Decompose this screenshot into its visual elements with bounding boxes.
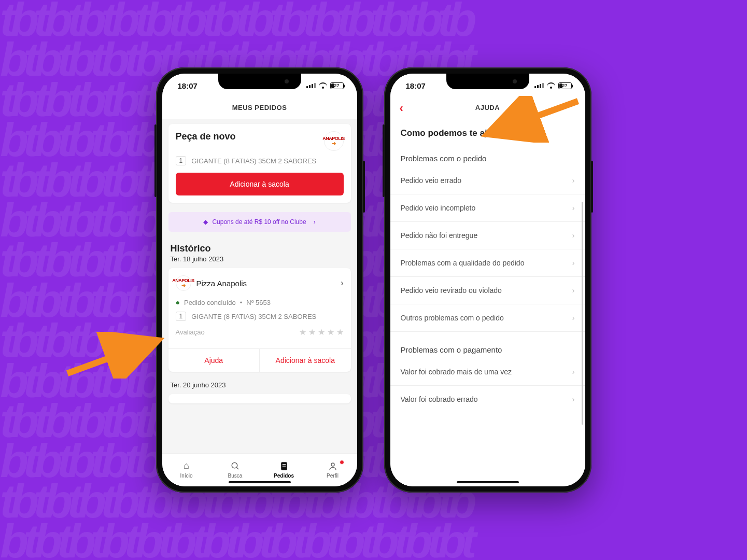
star-icon[interactable]: ★ xyxy=(327,327,334,337)
svg-line-1 xyxy=(236,467,238,469)
order-card: ANAPOLIS ➜ Pizza Anapolis › ● Pedido con… xyxy=(168,268,351,372)
rating-label: Avaliação xyxy=(176,328,205,336)
reorder-heading: Peça de novo xyxy=(176,131,236,142)
chevron-right-icon: › xyxy=(572,204,575,212)
restaurant-logo: ANAPOLIS ➜ xyxy=(176,275,191,291)
svg-point-5 xyxy=(331,463,334,466)
star-icon[interactable]: ★ xyxy=(299,327,306,337)
search-icon xyxy=(231,461,240,471)
svg-point-0 xyxy=(232,463,237,468)
svg-rect-4 xyxy=(282,466,285,466)
promo-text: Cupons de até R$ 10 off no Clube xyxy=(212,218,306,226)
chevron-right-icon: › xyxy=(572,176,575,185)
svg-rect-3 xyxy=(282,464,285,465)
star-icon[interactable]: ★ xyxy=(318,327,325,337)
notch xyxy=(446,74,529,89)
order-status: Pedido concluído xyxy=(184,299,236,306)
help-item[interactable]: Outros problemas com o pedido› xyxy=(390,304,585,332)
screen-title: MEUS PEDIDOS xyxy=(162,97,357,119)
reorder-card: Peça de novo ANAPOLIS ➜ 1 GIGANTE (8 FAT… xyxy=(168,124,351,203)
reorder-item: GIGANTE (8 FATIAS) 35CM 2 SABORES xyxy=(191,157,316,165)
battery-icon: 27 xyxy=(330,82,344,89)
phone-frame-right: 18:07 27 ‹ AJUDA Como podemos te ajudar?… xyxy=(384,67,591,493)
receipt-icon xyxy=(280,461,288,471)
diamond-icon: ◆ xyxy=(203,218,208,226)
chevron-right-icon: › xyxy=(572,231,575,240)
help-group-payment: Problemas com o pagamento xyxy=(390,332,585,358)
back-button[interactable]: ‹ xyxy=(400,103,404,114)
check-circle-icon: ● xyxy=(176,298,180,306)
help-item[interactable]: Pedido não foi entregue› xyxy=(390,222,585,249)
star-icon[interactable]: ★ xyxy=(308,327,316,337)
rating-stars[interactable]: ★ ★ ★ ★ ★ xyxy=(299,327,344,337)
history-date: Ter. 18 julho 2023 xyxy=(171,255,349,263)
restaurant-logo: ANAPOLIS ➜ xyxy=(324,131,344,151)
help-list-order: Pedido veio errado› Pedido veio incomple… xyxy=(390,167,585,332)
profile-icon xyxy=(328,461,337,471)
chevron-right-icon: › xyxy=(572,368,575,376)
chevron-right-icon: › xyxy=(572,314,575,322)
order-number: Nº 5653 xyxy=(246,299,271,306)
help-item[interactable]: Pedido veio incompleto› xyxy=(390,194,585,222)
reorder-qty: 1 xyxy=(176,156,187,165)
battery-icon: 27 xyxy=(558,82,572,89)
help-item[interactable]: Pedido veio revirado ou violado› xyxy=(390,277,585,304)
chevron-right-icon: › xyxy=(572,395,575,403)
help-item[interactable]: Valor foi cobrado mais de uma vez› xyxy=(390,358,585,386)
notification-badge xyxy=(340,460,344,465)
signal-icon xyxy=(534,83,544,88)
add-to-bag-link[interactable]: Adicionar à sacola xyxy=(259,349,351,372)
screen-title: ‹ AJUDA xyxy=(390,97,585,119)
help-list-payment: Valor foi cobrado mais de uma vez› Valor… xyxy=(390,358,585,413)
help-button[interactable]: Ajuda xyxy=(168,349,260,372)
tab-home[interactable]: ⌂ Início xyxy=(171,461,202,479)
home-indicator[interactable] xyxy=(457,481,519,483)
tab-search[interactable]: Busca xyxy=(220,461,251,479)
restaurant-name: Pizza Anapolis xyxy=(196,279,336,288)
chevron-right-icon: › xyxy=(572,286,575,295)
chevron-right-icon: › xyxy=(314,218,316,226)
chevron-right-icon: › xyxy=(341,278,343,288)
home-indicator[interactable] xyxy=(229,481,291,483)
tab-orders[interactable]: Pedidos xyxy=(269,461,300,479)
signal-icon xyxy=(306,83,316,88)
status-time: 18:07 xyxy=(178,81,198,90)
help-heading: Como podemos te ajudar? xyxy=(390,119,585,145)
help-item[interactable]: Problemas com a qualidade do pedido› xyxy=(390,249,585,277)
chevron-right-icon: › xyxy=(572,259,575,267)
order-card-peek xyxy=(168,394,351,403)
wifi-icon xyxy=(547,82,555,89)
help-item[interactable]: Pedido veio errado› xyxy=(390,167,585,194)
promo-banner[interactable]: ◆ Cupons de até R$ 10 off no Clube › xyxy=(168,212,351,232)
status-time: 18:07 xyxy=(406,81,426,90)
star-icon[interactable]: ★ xyxy=(336,327,344,337)
help-item[interactable]: Valor foi cobrado errado› xyxy=(390,386,585,413)
notch xyxy=(218,74,301,89)
item-qty: 1 xyxy=(176,312,187,321)
phone-frame-left: 18:07 27 MEUS PEDIDOS Peça de novo ANAPO… xyxy=(156,67,363,493)
home-icon: ⌂ xyxy=(184,461,189,471)
scroll-indicator xyxy=(582,202,583,425)
item-desc: GIGANTE (8 FATIAS) 35CM 2 SABORES xyxy=(191,313,316,320)
add-to-bag-button[interactable]: Adicionar à sacola xyxy=(176,173,344,195)
order-header[interactable]: ANAPOLIS ➜ Pizza Anapolis › xyxy=(168,268,351,298)
wifi-icon xyxy=(319,82,327,89)
history-date-2: Ter. 20 junho 2023 xyxy=(171,381,349,389)
history-heading: Histórico xyxy=(171,243,349,254)
tab-profile[interactable]: Perfil xyxy=(317,461,348,479)
help-group-order: Problemas com o pedido xyxy=(390,145,585,167)
